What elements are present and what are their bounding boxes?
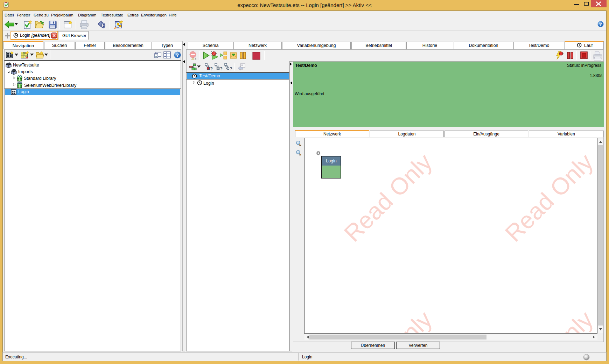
svg-text:?: ? — [176, 52, 179, 58]
svg-text:?: ? — [210, 66, 213, 71]
svg-text:?: ? — [599, 22, 602, 27]
svg-text:?: ? — [220, 66, 223, 71]
svg-text:?: ? — [230, 66, 232, 71]
svg-text:±: ± — [195, 57, 196, 60]
